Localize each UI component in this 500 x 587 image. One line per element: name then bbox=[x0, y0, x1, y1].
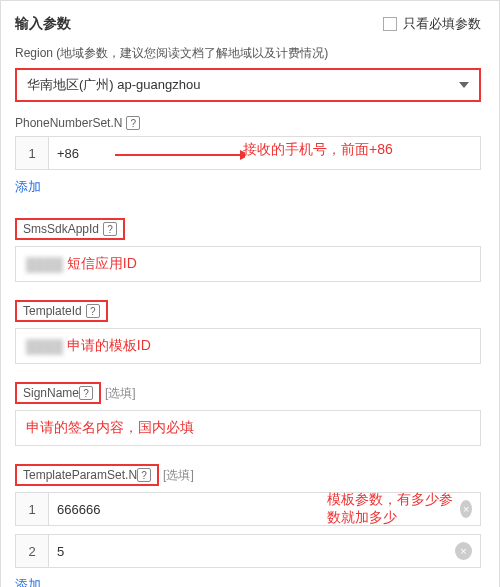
clear-icon[interactable]: × bbox=[455, 542, 472, 560]
tplparam-label-text: TemplateParamSet.N bbox=[23, 468, 137, 482]
checkbox-icon bbox=[383, 17, 397, 31]
tplparam-group: TemplateParamSet.N ? [选填] 1 模板参数，有多少参数就加… bbox=[15, 464, 481, 587]
tplparam-add-button[interactable]: 添加 bbox=[15, 576, 41, 587]
smssdk-label-text: SmsSdkAppId bbox=[23, 222, 99, 236]
tplparam-input-2[interactable] bbox=[57, 544, 449, 559]
tplparam-optional: [选填] bbox=[163, 467, 194, 484]
help-icon[interactable]: ? bbox=[79, 386, 93, 400]
panel-header: 输入参数 只看必填参数 bbox=[15, 15, 481, 33]
help-icon[interactable]: ? bbox=[137, 468, 151, 482]
tplparam-annotation: 模板参数，有多少参数就加多少 bbox=[327, 491, 454, 527]
phone-add-button[interactable]: 添加 bbox=[15, 178, 41, 196]
phone-input-wrap bbox=[49, 136, 481, 170]
panel-title: 输入参数 bbox=[15, 15, 71, 33]
templateid-value: ████ bbox=[26, 339, 63, 354]
smssdk-value: ████ bbox=[26, 257, 63, 272]
templateid-annotation: 申请的模板ID bbox=[67, 337, 151, 355]
input-params-panel: 输入参数 只看必填参数 Region (地域参数，建议您阅读文档了解地域以及计费… bbox=[0, 0, 500, 587]
templateid-field[interactable]: ████ 申请的模板ID bbox=[15, 328, 481, 364]
row-index: 1 bbox=[15, 492, 49, 526]
smssdk-field[interactable]: ████ 短信应用ID bbox=[15, 246, 481, 282]
table-row: 2 × bbox=[15, 534, 481, 568]
signname-label-text: SignName bbox=[23, 386, 79, 400]
clear-icon[interactable]: × bbox=[460, 500, 472, 518]
signname-optional: [选填] bbox=[105, 385, 136, 402]
chevron-down-icon bbox=[459, 82, 469, 88]
tplparam-input-wrap: 模板参数，有多少参数就加多少 × bbox=[49, 492, 481, 526]
required-only-label: 只看必填参数 bbox=[403, 15, 481, 33]
help-icon[interactable]: ? bbox=[126, 116, 140, 130]
row-index: 2 bbox=[15, 534, 49, 568]
phone-label: PhoneNumberSet.N ? bbox=[15, 116, 481, 130]
smssdk-group: SmsSdkAppId ? ████ 短信应用ID bbox=[15, 218, 481, 282]
signname-group: SignName ? [选填] 申请的签名内容，国内必填 bbox=[15, 382, 481, 446]
tplparam-label: TemplateParamSet.N ? [选填] bbox=[15, 464, 481, 486]
signname-label: SignName ? [选填] bbox=[15, 382, 481, 404]
region-label: Region (地域参数，建议您阅读文档了解地域以及计费情况) bbox=[15, 45, 481, 62]
smssdk-annotation: 短信应用ID bbox=[67, 255, 137, 273]
phone-input[interactable] bbox=[57, 146, 472, 161]
tplparam-input-1[interactable] bbox=[57, 502, 327, 517]
region-value: 华南地区(广州) ap-guangzhou bbox=[27, 76, 200, 94]
tplparam-input-wrap: × bbox=[49, 534, 481, 568]
smssdk-label: SmsSdkAppId ? bbox=[15, 218, 125, 240]
help-icon[interactable]: ? bbox=[103, 222, 117, 236]
templateid-group: TemplateId ? ████ 申请的模板ID bbox=[15, 300, 481, 364]
help-icon[interactable]: ? bbox=[86, 304, 100, 318]
required-only-checkbox[interactable]: 只看必填参数 bbox=[383, 15, 481, 33]
signname-field[interactable]: 申请的签名内容，国内必填 bbox=[15, 410, 481, 446]
phone-label-text: PhoneNumberSet.N bbox=[15, 116, 122, 130]
table-row: 1 模板参数，有多少参数就加多少 × bbox=[15, 492, 481, 526]
signname-annotation: 申请的签名内容，国内必填 bbox=[26, 419, 194, 437]
table-row: 1 bbox=[15, 136, 481, 170]
phone-group: PhoneNumberSet.N ? 1 添加 接收的手机号，前面+86 bbox=[15, 116, 481, 212]
region-select[interactable]: 华南地区(广州) ap-guangzhou bbox=[15, 68, 481, 102]
templateid-label: TemplateId ? bbox=[15, 300, 108, 322]
row-index: 1 bbox=[15, 136, 49, 170]
templateid-label-text: TemplateId bbox=[23, 304, 82, 318]
